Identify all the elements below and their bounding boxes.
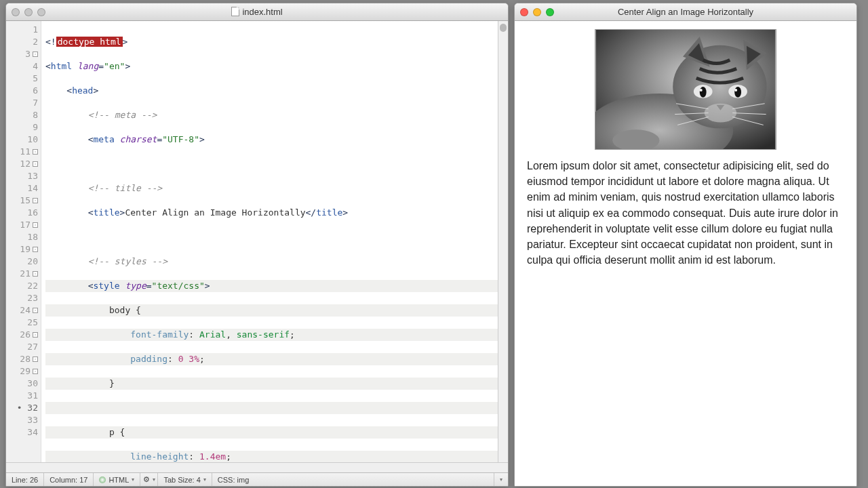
status-line: Line: 26 [6,473,44,486]
document-icon [231,7,239,16]
editor-title: index.html [6,7,508,17]
svg-point-7 [700,89,703,92]
browser-titlebar[interactable]: Center Align an Image Horizontally [515,3,856,21]
editor-window: index.html 1 2 3- 4 5 6 7 8 9 10 11- 12-… [5,3,509,487]
window-controls [12,8,45,16]
editor-scrollbar-horizontal[interactable] [6,462,508,472]
minimize-button[interactable] [24,8,33,16]
code-area[interactable]: <!doctype html> <html lang="en"> <head> … [41,21,508,462]
browser-viewport[interactable]: Lorem ipsum dolor sit amet, consectetur … [515,21,856,486]
svg-point-5 [700,87,707,98]
status-column: Column: 17 [44,473,94,486]
close-button[interactable] [520,8,528,16]
body-text: Lorem ipsum dolor sit amet, consectetur … [515,150,856,268]
editor-scrollbar-vertical[interactable] [498,21,508,462]
status-tabsize[interactable]: Tab Size: 4▾ [158,473,212,486]
close-button[interactable] [12,8,20,16]
gear-icon: ⚙ [143,475,150,484]
status-gear[interactable]: ⚙▾ [140,473,158,486]
zoom-button[interactable] [37,8,45,16]
line-gutter: 1 2 3- 4 5 6 7 8 9 10 11- 12- 13 14 15- … [6,21,41,462]
editor-statusbar: Line: 26 Column: 17 HTML▾ ⚙▾ Tab Size: 4… [6,472,508,486]
status-lang[interactable]: HTML▾ [94,473,140,486]
svg-point-8 [734,89,737,92]
browser-window: Center Align an Image Horizontally [514,3,857,487]
zoom-button[interactable] [546,8,554,16]
cat-image [595,29,776,150]
svg-point-6 [734,87,741,98]
window-controls [520,8,554,16]
browser-title: Center Align an Image Horizontally [515,7,856,17]
editor-body[interactable]: 1 2 3- 4 5 6 7 8 9 10 11- 12- 13 14 15- … [6,21,508,462]
status-selector[interactable]: CSS: img [212,473,494,486]
lang-icon [99,476,106,483]
editor-titlebar[interactable]: index.html [6,3,508,21]
svg-point-9 [705,104,736,123]
scrollbar-thumb[interactable] [500,24,507,32]
minimize-button[interactable] [533,8,541,16]
